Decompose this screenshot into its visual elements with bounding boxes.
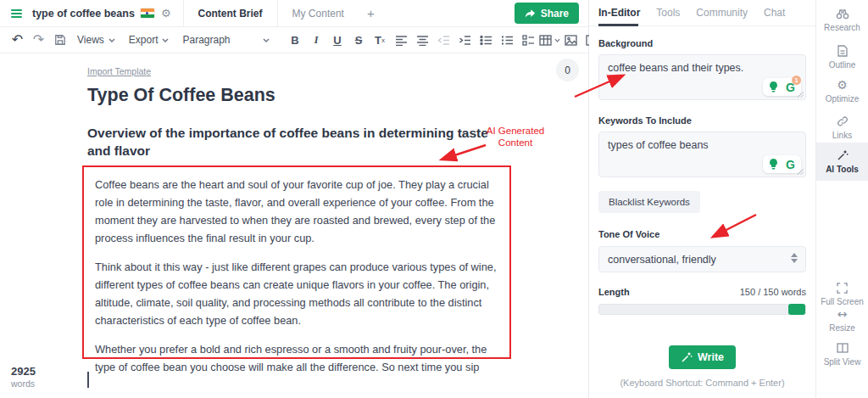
paragraph: Coffee beans are the heart and soul of y… [95,176,498,247]
undo-button[interactable]: ↶ [7,30,28,50]
share-icon [525,8,536,19]
rail-item-outline[interactable]: Outline [816,44,868,70]
ordered-list-icon[interactable] [497,30,518,50]
panel-tab-bar: In-Editor Tools Community Chat [589,0,815,26]
editor-column: type of coffee beans ⚙ Content Brief My … [0,0,589,398]
tab-tools[interactable]: Tools [656,7,680,19]
blacklist-keywords-button[interactable]: Blacklist Keywords [598,191,700,213]
paragraph: Whether you prefer a bold and rich espre… [95,340,498,376]
assistant-icon-group: G 1 [763,78,801,96]
tab-my-content[interactable]: My Content [278,0,359,26]
italic-button[interactable]: I [306,30,327,50]
keywords-label: Keywords To Include [598,115,806,126]
india-flag-icon [141,8,154,18]
app-window: type of coffee beans ⚙ Content Brief My … [0,0,868,398]
rail-item-optimize[interactable]: ⚙ Optimize [816,78,868,104]
chevron-down-icon [108,38,115,42]
magic-wand-icon [816,149,868,162]
rail-item-resize[interactable]: ↔ Resize [816,307,868,333]
tone-of-voice-select[interactable]: conversational, friendly [598,246,806,272]
chevron-down-icon [554,38,560,42]
top-tab-group: Content Brief My Content + [183,0,383,26]
ai-generated-content-annotation: AI Generated Content [480,125,551,149]
text-cursor [87,372,89,388]
import-template-link[interactable]: Import Template [87,66,151,76]
share-button[interactable]: Share [515,3,579,24]
stepper-arrows-icon [791,253,798,263]
underline-button[interactable]: U [327,30,348,50]
tab-community[interactable]: Community [696,7,748,19]
grammarly-badge: 1 [792,76,801,85]
word-count-number: 2925 [11,365,36,378]
rail-item-ai-tools[interactable]: AI Tools [816,143,868,181]
document-title: type of coffee beans [32,8,135,20]
suggestion-lightbulb-icon[interactable] [766,80,781,94]
save-icon[interactable] [49,30,70,50]
chevron-down-icon [263,38,270,42]
insert-table-icon[interactable] [539,30,560,50]
write-button[interactable]: Write [669,345,736,369]
rail-item-full-screen[interactable]: Full Screen [816,281,868,306]
keyboard-shortcut-hint: (Keyboard Shortcut: Command + Enter) [598,378,806,388]
strikethrough-button[interactable]: S [348,30,370,50]
length-label: Length [598,287,630,297]
rail-item-research[interactable]: Research [816,7,868,32]
rail-item-links[interactable]: Links [816,115,868,140]
tab-in-editor[interactable]: In-Editor [598,7,640,19]
insert-image-icon[interactable] [560,30,581,50]
ai-tools-panel: In-Editor Tools Community Chat Backgroun… [589,0,815,398]
word-count-label: words [11,378,36,389]
binoculars-icon [816,7,868,20]
align-left-icon[interactable] [391,30,412,50]
paragraph-style-dropdown[interactable]: Paragraph [175,30,275,50]
grammarly-icon[interactable]: G 1 [783,80,798,94]
chevron-down-icon [162,38,169,42]
menu-icon[interactable] [11,9,22,18]
textarea-resize-handle[interactable] [798,163,804,178]
tab-content-brief[interactable]: Content Brief [183,0,278,26]
suggestion-lightbulb-icon[interactable] [766,157,781,171]
rail-item-split-view[interactable]: Split View [816,341,868,367]
link-icon [816,115,868,128]
tone-of-voice-label: Tone Of Voice [598,229,806,239]
gear-icon: ⚙ [816,78,868,92]
word-count: 2925 words [11,365,36,389]
split-view-icon [816,341,868,355]
outdent-icon[interactable] [433,30,454,50]
tab-chat[interactable]: Chat [764,7,785,19]
document-heading: Type Of Coffee Beans [87,85,275,106]
tone-of-voice-value: conversational, friendly [608,254,716,266]
assistant-icon-group: G [763,155,801,173]
textarea-resize-handle[interactable] [798,86,804,101]
active-tab-indicator [598,24,638,26]
length-slider[interactable] [598,304,806,315]
side-rail: Research Outline ⚙ Optimize Links AI Too… [815,0,868,398]
length-value: 150 / 150 words [740,287,806,297]
bold-button[interactable]: B [285,30,306,50]
background-label: Background [598,38,806,48]
bullet-list-icon[interactable] [476,30,497,50]
paragraph: Think about it this way - just like diff… [95,258,498,329]
length-slider-handle[interactable] [788,304,805,315]
ai-generated-content-highlight-box: Coffee beans are the heart and soul of y… [82,165,511,359]
document-icon [816,44,868,58]
indent-icon[interactable] [454,30,476,50]
checklist-icon[interactable] [518,30,539,50]
document-subheading: Overview of the importance of coffee bea… [87,124,492,160]
format-toolbar: ↶ ↷ Views Export Paragraph B I U S Tx [0,27,588,53]
document-canvas[interactable]: Import Template 0 Type Of Coffee Beans O… [0,53,588,397]
full-screen-icon [816,281,868,294]
grammarly-icon[interactable]: G [783,157,798,171]
magic-wand-icon [681,351,693,363]
align-center-icon[interactable] [412,30,433,50]
add-tab-button[interactable]: + [359,0,383,26]
resize-arrows-icon: ↔ [816,307,868,321]
redo-button[interactable]: ↷ [28,30,49,50]
top-bar: type of coffee beans ⚙ Content Brief My … [0,0,588,27]
comment-count-badge[interactable]: 0 [556,59,579,81]
clear-formatting-button[interactable]: Tx [370,30,391,50]
export-dropdown[interactable]: Export [122,30,176,50]
document-settings-gear-icon[interactable]: ⚙ [161,7,171,20]
views-dropdown[interactable]: Views [70,30,122,50]
